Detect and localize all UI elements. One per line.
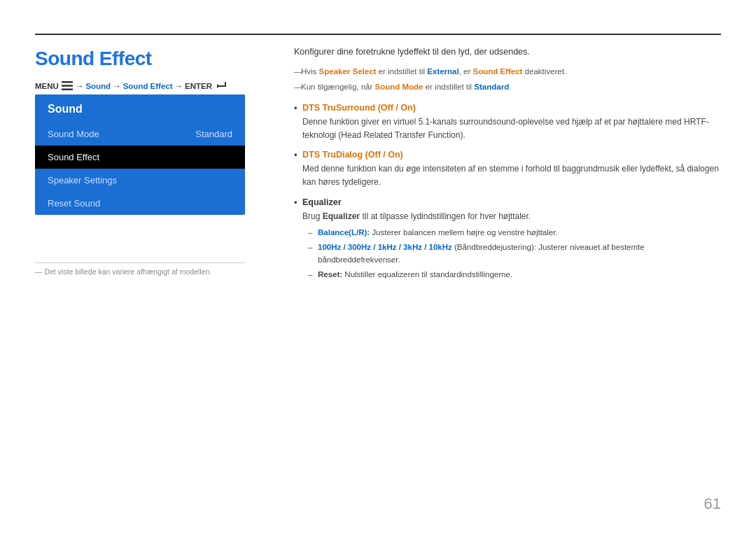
menu-item-sound-effect: Sound Effect	[123, 82, 173, 90]
note-line-2: Kun tilgængelig, når Sound Mode er indst…	[294, 81, 721, 93]
speaker-settings-item[interactable]: Speaker Settings	[35, 169, 245, 192]
note-line-1: Hvis Speaker Select er indstillet til Ex…	[294, 66, 721, 78]
equalizer-sub-bullets: Balance(L/R): Justerer balancen mellem h…	[302, 227, 721, 281]
intro-text: Konfigurer dine foretrukne lydeffekt til…	[294, 45, 721, 59]
menu-icon	[62, 81, 73, 90]
sound-panel-title: Sound	[35, 94, 245, 122]
equalizer-title: Equalizer	[302, 197, 721, 207]
svg-marker-3	[217, 84, 220, 88]
page-title: Sound Effect	[35, 48, 152, 70]
bullet-section: DTS TruSurround (Off / On) Denne funktio…	[294, 103, 721, 281]
enter-icon	[216, 80, 227, 91]
dts-trusurround-title: DTS TruSurround (Off / On)	[302, 103, 721, 113]
equalizer-desc: Brug Equalizer til at tilpasse lydindsti…	[302, 210, 721, 223]
sound-mode-value: Standard	[195, 129, 232, 139]
menu-path: MENU → Sound → Sound Effect → ENTER	[35, 80, 227, 91]
reset-sound-item[interactable]: Reset Sound	[35, 192, 245, 215]
sound-effect-item[interactable]: Sound Effect	[35, 146, 245, 169]
sound-mode-item[interactable]: Sound Mode Standard	[35, 122, 245, 146]
sound-mode-label: Sound Mode	[48, 129, 99, 139]
dts-trusurround-desc: Denne funktion giver en virtuel 5.1-kana…	[302, 115, 721, 141]
svg-rect-0	[62, 81, 73, 83]
reset-sound-label: Reset Sound	[48, 198, 100, 209]
bullet-dts-trusurround: DTS TruSurround (Off / On) Denne funktio…	[294, 103, 721, 141]
footnote: — Det viste billede kan variere afhængig…	[35, 267, 211, 276]
dts-trudialog-desc: Med denne funktion kan du øge intensitet…	[302, 162, 721, 188]
svg-rect-1	[62, 85, 73, 87]
arrow2: →	[113, 82, 121, 90]
menu-item-enter: ENTER	[185, 82, 212, 90]
bullet-dts-trudialog: DTS TruDialog (Off / On) Med denne funkt…	[294, 150, 721, 188]
dts-trudialog-title: DTS TruDialog (Off / On)	[302, 150, 721, 160]
sound-panel: Sound Sound Mode Standard Sound Effect S…	[35, 94, 245, 215]
menu-item-sound: Sound	[85, 82, 111, 90]
svg-rect-2	[62, 89, 73, 91]
arrow1: →	[76, 82, 84, 90]
sound-effect-label: Sound Effect	[48, 152, 99, 162]
arrow3: →	[175, 82, 183, 90]
right-content: Konfigurer dine foretrukne lydeffekt til…	[294, 45, 721, 289]
panel-divider	[35, 262, 245, 263]
sub-bullet-balance: Balance(L/R): Justerer balancen mellem h…	[308, 227, 721, 239]
sub-bullet-frequencies: 100Hz / 300Hz / 1kHz / 3kHz / 10kHz (Bån…	[308, 241, 721, 267]
top-divider	[35, 34, 721, 35]
bullet-equalizer: Equalizer Brug Equalizer til at tilpasse…	[294, 197, 721, 281]
menu-prefix: MENU	[35, 82, 59, 90]
page-number: 61	[704, 495, 721, 513]
speaker-settings-label: Speaker Settings	[48, 175, 117, 185]
sub-bullet-reset: Reset: Nulstiller equalizeren til standa…	[308, 269, 721, 281]
